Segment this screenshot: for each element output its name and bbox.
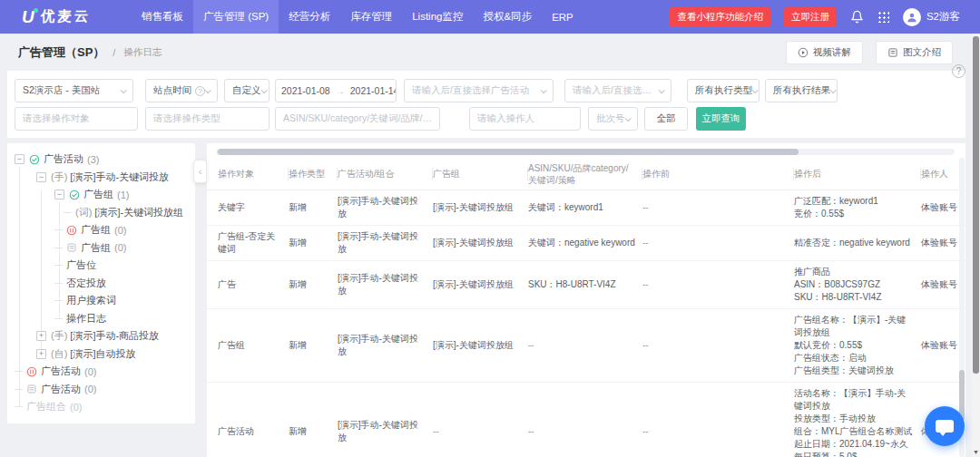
tree-item-type-prefix: (手)	[51, 329, 67, 343]
nav-item[interactable]: 销售看板	[132, 0, 193, 34]
user-menu[interactable]: S2游客	[903, 8, 960, 26]
tree-item[interactable]: −(手)[演示]手动-关键词投放	[13, 169, 190, 187]
optype-input[interactable]: 请选择操作类型	[145, 107, 270, 131]
tree-item[interactable]: +(手)[演示]手动-商品投放	[13, 327, 190, 345]
breadcrumb-section[interactable]: 广告管理（SP）	[18, 44, 104, 61]
scrollbar-thumb[interactable]	[973, 36, 979, 374]
tree-item[interactable]: 广告活动(0)	[13, 363, 190, 381]
expand-node-icon[interactable]: +	[36, 331, 46, 341]
app-logo[interactable]: U 优麦云	[0, 7, 132, 26]
tree-item[interactable]: −广告组(1)	[13, 186, 190, 204]
filter-panel: S2演示店 - 美国站 站点时间? 自定义 2021-01-08 → 2021-…	[7, 71, 965, 138]
tree-item-label: 广告活动	[44, 152, 83, 166]
tree-item[interactable]: 否定投放	[13, 275, 190, 293]
scroll-down-arrow-icon[interactable]: ▼	[972, 449, 980, 455]
logo-text: 优麦云	[41, 7, 92, 26]
tree-item[interactable]: (词)[演示]-关键词投放组	[13, 204, 190, 222]
register-button[interactable]: 立即注册	[784, 7, 837, 27]
cell-target: 广告组-否定关键词	[218, 230, 289, 256]
tree-item[interactable]: 广告组(0)	[13, 239, 190, 258]
tree-item-label: [演示]手动-商品投放	[70, 329, 159, 343]
nav-item[interactable]: ERP	[542, 0, 583, 34]
nav-item[interactable]: 经营分析	[279, 0, 340, 34]
query-button[interactable]: 立即查询	[696, 107, 746, 131]
campaign-select[interactable]: 请输入后/直接选择广告活动	[404, 79, 554, 102]
apps-grid-icon[interactable]	[877, 11, 889, 23]
time-type-select[interactable]: 站点时间?	[145, 79, 218, 102]
tree-item[interactable]: 用户搜索词	[13, 292, 190, 310]
nav-item[interactable]: 库存管理	[340, 0, 402, 34]
exec-type-select[interactable]: 所有执行类型	[687, 79, 760, 102]
column-header: 操作后	[794, 158, 921, 190]
tree-item[interactable]: 广告活动(0)	[13, 381, 190, 399]
table-row[interactable]: 广告组-否定关键词新增[演示]手动-关键词投放[演示]-关键词投放组关键词：ne…	[207, 226, 965, 261]
chat-widget-button[interactable]	[925, 406, 965, 446]
collapse-node-icon[interactable]: −	[54, 190, 64, 199]
table-horizontal-scrollbar[interactable]	[216, 149, 955, 155]
exec-result-select[interactable]: 所有执行结果	[765, 79, 838, 102]
bell-icon[interactable]	[850, 10, 864, 24]
tree-item-label: [演示]-关键词投放组	[94, 206, 183, 219]
batch-select[interactable]: 批次号	[588, 107, 638, 131]
cell-group: [演示]-关键词投放组	[433, 237, 528, 249]
target-input[interactable]: 请选择操作对象	[15, 107, 138, 131]
cell-before: --	[642, 339, 794, 352]
nav-item[interactable]: 广告管理 (SP)	[193, 0, 279, 34]
scrollbar-thumb[interactable]	[218, 149, 799, 155]
operator-input[interactable]: 请输入操作人	[469, 107, 581, 131]
tree-item-label: 广告组合	[26, 400, 66, 413]
cell-type: 新增	[289, 425, 338, 438]
column-header: 操作前	[642, 158, 794, 190]
chevron-down-icon	[830, 87, 837, 93]
chevron-down-icon	[659, 87, 665, 93]
tree-item[interactable]: 广告组合(0)	[13, 398, 190, 416]
check-circle-icon	[69, 190, 80, 200]
cell-after: 广告组名称：【演示】-关键词投放组默认竞价：0.55$广告组状态：启动广告组类型…	[794, 314, 921, 377]
tree-item[interactable]: 操作日志	[13, 310, 190, 328]
page-scrollbar[interactable]: ▼	[972, 34, 980, 457]
video-guide-button[interactable]: 视频讲解	[786, 41, 863, 64]
shop-select[interactable]: S2演示店 - 美国站	[15, 79, 133, 102]
cell-campaign: [演示]手动-关键词投放	[338, 230, 433, 256]
date-range-picker[interactable]: 2021-01-08 → 2021-01-14	[275, 79, 397, 102]
table-row[interactable]: 广告组新增[演示]手动-关键词投放[演示]-关键词投放组----广告组名称：【演…	[207, 309, 965, 383]
nav-item[interactable]: 授权&同步	[473, 0, 542, 34]
archive-square-icon	[66, 242, 77, 253]
nav-item[interactable]: Listing监控	[402, 0, 473, 34]
column-header: 广告组	[433, 158, 528, 190]
range-mode-select[interactable]: 自定义	[224, 79, 270, 102]
help-icon[interactable]: ?	[952, 64, 965, 78]
page-actions: 视频讲解 图文介绍	[786, 41, 953, 64]
username: S2游客	[926, 10, 960, 24]
tree-item-count: (0)	[84, 366, 96, 377]
chevron-down-icon	[205, 87, 211, 93]
adgroup-select[interactable]: 请输入后/直接选择组	[564, 79, 671, 102]
tree-connector-tick	[54, 318, 63, 319]
table-row[interactable]: 广告新增[演示]手动-关键词投放[演示]-关键词投放组SKU：H8-U8RT-V…	[207, 261, 965, 309]
check-circle-icon	[29, 154, 40, 165]
table-row[interactable]: 广告活动新增[演示]手动-关键词投放------活动名称：【演示】手动-关键词投…	[207, 383, 965, 457]
tree-item-count: (0)	[114, 242, 126, 253]
tree-item[interactable]: +(自)[演示]自动投放	[13, 345, 190, 364]
tree-item[interactable]: −广告活动(3)	[13, 151, 190, 169]
miniprogram-intro-button[interactable]: 查看小程序功能介绍	[670, 7, 770, 27]
column-header: 操作类型	[289, 158, 338, 190]
doc-icon	[887, 47, 898, 58]
cell-after: 推广商品ASIN：B08JCS97GZSKU：H8-U8RT-VI4Z	[794, 266, 921, 304]
scope-select[interactable]: 全部	[644, 107, 688, 131]
cell-asin: --	[528, 425, 642, 438]
column-header: 广告活动/组合	[338, 158, 433, 190]
breadcrumb-bar: 广告管理（SP） / 操作日志 视频讲解 图文介绍	[0, 34, 980, 71]
tree-item-count: (0)	[114, 225, 126, 236]
doc-guide-button[interactable]: 图文介绍	[876, 41, 953, 64]
collapse-node-icon[interactable]: −	[36, 172, 46, 182]
tree-item-count: (1)	[117, 190, 129, 200]
table-row[interactable]: 关键字新增[演示]手动-关键词投放[演示]-关键词投放组关键词：keyword1…	[207, 190, 965, 226]
asin-input[interactable]: ASIN/SKU/category/关键词/品牌/策略	[275, 107, 440, 131]
collapse-node-icon[interactable]: −	[15, 154, 24, 164]
date-end: 2021-01-14	[350, 85, 397, 96]
tree-collapse-handle[interactable]: ‹	[193, 160, 207, 183]
expand-node-icon[interactable]: +	[36, 349, 46, 359]
tree-item[interactable]: 广告位	[13, 257, 190, 275]
tree-item[interactable]: 广告组(0)	[13, 221, 190, 239]
